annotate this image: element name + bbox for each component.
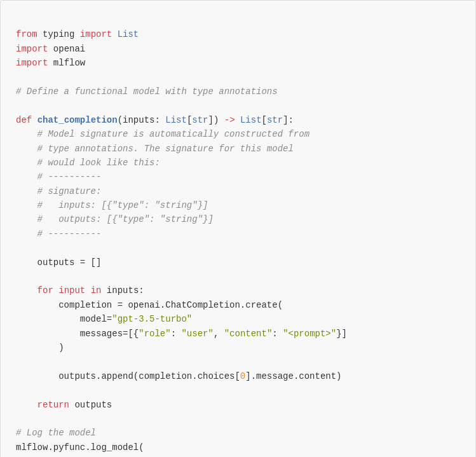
- token-comment7: # inputs: [{"type": "string"}]: [16, 200, 208, 210]
- token-return: return: [37, 400, 69, 410]
- token-comment4: # would look like this:: [16, 158, 160, 168]
- token-comment1: # Define a functional model with type an…: [16, 86, 278, 97]
- token-comment3: # type annotations. The signature for th…: [16, 144, 294, 154]
- token-import1: import: [80, 29, 112, 39]
- token-zero: 0: [240, 371, 245, 381]
- token-content-key: "content": [224, 329, 273, 339]
- code-editor: from typing import List import openai im…: [0, 0, 476, 457]
- token-user-val: "user": [181, 329, 213, 339]
- token-input-var: input: [58, 285, 85, 296]
- token-model-line: model=: [16, 314, 112, 324]
- token-funcname: chat_completion: [37, 115, 118, 125]
- token-in: in: [91, 285, 102, 296]
- token-messages-line: messages=[{: [16, 329, 139, 339]
- token-list2: List: [165, 115, 187, 125]
- token-comment10: # Log the model: [16, 428, 96, 438]
- token-comment2: # Model signature is automatically const…: [16, 129, 309, 139]
- token-list1: List: [118, 29, 139, 39]
- token-completion-assign: completion = openai.ChatCompletion.creat…: [16, 300, 283, 310]
- token-return-line: [16, 400, 37, 410]
- token-import2: import: [16, 44, 48, 54]
- token-arrow: ->: [224, 115, 235, 125]
- token-list3: List: [240, 115, 262, 125]
- token-outputs-assign: outputs = []: [16, 257, 101, 268]
- token-append-line: outputs.append(completion.choices[: [16, 371, 240, 381]
- token-str2: str: [267, 115, 283, 125]
- token-from: from: [16, 29, 37, 39]
- token-str1: str: [192, 115, 208, 125]
- token-for-line: [16, 285, 37, 296]
- token-model-string: "gpt-3.5-turbo": [112, 314, 192, 324]
- token-comment5: # ----------: [16, 172, 101, 182]
- code-content: from typing import List import openai im…: [16, 13, 460, 457]
- token-for: for: [37, 285, 53, 296]
- token-role-key: "role": [139, 329, 170, 339]
- token-def: def: [16, 115, 32, 125]
- token-close-paren1: ): [16, 343, 64, 353]
- token-comment6: # signature:: [16, 186, 101, 196]
- token-import3: import: [16, 58, 48, 68]
- token-comment8: # outputs: [{"type": "string"}]: [16, 214, 214, 224]
- token-comment9: # ----------: [16, 229, 101, 239]
- token-mlflow-call: mlflow.pyfunc.log_model(: [16, 442, 144, 453]
- token-prompt-val: "<prompt>": [283, 329, 336, 339]
